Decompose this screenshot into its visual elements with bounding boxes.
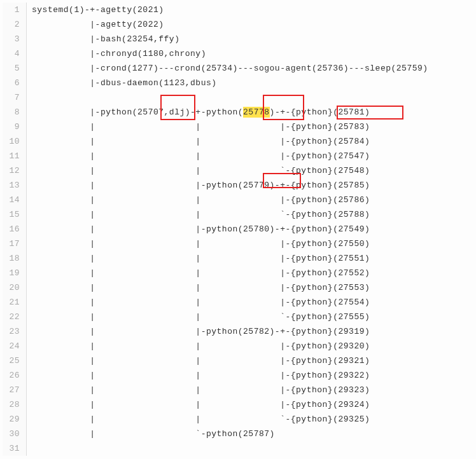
line-number: 18 <box>3 251 20 266</box>
code-line <box>32 441 428 456</box>
code-line: | | |-{python}(27554) <box>32 295 428 310</box>
line-number: 12 <box>3 163 20 178</box>
line-number: 17 <box>3 236 20 251</box>
line-number: 27 <box>3 383 20 397</box>
code-line: | | |-{python}(27552) <box>32 266 428 280</box>
line-number: 25 <box>3 353 20 368</box>
code-line: |-python(25707,dlj)-+-python(25778)-+-{p… <box>32 105 428 120</box>
code-line: | | |-{python}(27547) <box>32 149 428 163</box>
line-number: 21 <box>3 295 20 310</box>
line-number: 8 <box>3 105 20 120</box>
code-line: |-chronyd(1180,chrony) <box>32 46 428 61</box>
line-number: 23 <box>3 324 20 339</box>
line-number: 10 <box>3 134 20 149</box>
code-block: 1234567891011121314151617181920212223242… <box>3 3 473 456</box>
line-number: 3 <box>3 32 20 46</box>
line-number: 28 <box>3 397 20 412</box>
code-line: |-crond(1277)---crond(25734)---sogou-age… <box>32 61 428 76</box>
line-number-gutter: 1234567891011121314151617181920212223242… <box>3 3 27 456</box>
code-line: | | |-{python}(25784) <box>32 134 428 149</box>
code-line: | |-python(25782)-+-{python}(29319) <box>32 324 428 339</box>
code-line: | | |-{python}(29320) <box>32 339 428 353</box>
code-line: | |-python(25779)-+-{python}(25785) <box>32 178 428 193</box>
code-line: | | `-{python}(25788) <box>32 207 428 222</box>
code-line: | | `-{python}(27555) <box>32 310 428 324</box>
code-line: | | |-{python}(25786) <box>32 193 428 207</box>
line-number: 5 <box>3 61 20 76</box>
code-line: | | `-{python}(29325) <box>32 412 428 427</box>
line-number: 26 <box>3 368 20 383</box>
line-number: 15 <box>3 207 20 222</box>
code-line: | | |-{python}(25783) <box>32 120 428 134</box>
line-number: 4 <box>3 46 20 61</box>
code-line: | | |-{python}(29323) <box>32 383 428 397</box>
line-number: 6 <box>3 76 20 90</box>
code-line: |-agetty(2022) <box>32 17 428 32</box>
line-number: 20 <box>3 280 20 295</box>
line-number: 29 <box>3 412 20 427</box>
code-content[interactable]: systemd(1)-+-agetty(2021) |-agetty(2022)… <box>27 3 428 456</box>
line-number: 1 <box>3 3 20 17</box>
line-number: 14 <box>3 193 20 207</box>
line-number: 19 <box>3 266 20 280</box>
line-number: 16 <box>3 222 20 236</box>
code-line: | | |-{python}(29322) <box>32 368 428 383</box>
line-number: 11 <box>3 149 20 163</box>
line-number: 2 <box>3 17 20 32</box>
line-number: 22 <box>3 310 20 324</box>
code-line: | | |-{python}(27551) <box>32 251 428 266</box>
line-number: 31 <box>3 441 20 456</box>
code-line: | | |-{python}(27550) <box>32 236 428 251</box>
line-number: 7 <box>3 90 20 105</box>
code-line: systemd(1)-+-agetty(2021) <box>32 3 428 17</box>
highlight: 25778 <box>243 107 270 118</box>
code-line: | | `-{python}(27548) <box>32 163 428 178</box>
code-line <box>32 90 428 105</box>
line-number: 9 <box>3 120 20 134</box>
code-line: |-dbus-daemon(1123,dbus) <box>32 76 428 90</box>
code-line: | | |-{python}(29324) <box>32 397 428 412</box>
code-line: | `-python(25787) <box>32 427 428 441</box>
line-number: 30 <box>3 427 20 441</box>
code-line: | |-python(25780)-+-{python}(27549) <box>32 222 428 236</box>
code-line: |-bash(23254,ffy) <box>32 32 428 46</box>
code-line: | | |-{python}(29321) <box>32 353 428 368</box>
code-line: | | |-{python}(27553) <box>32 280 428 295</box>
line-number: 13 <box>3 178 20 193</box>
line-number: 24 <box>3 339 20 353</box>
